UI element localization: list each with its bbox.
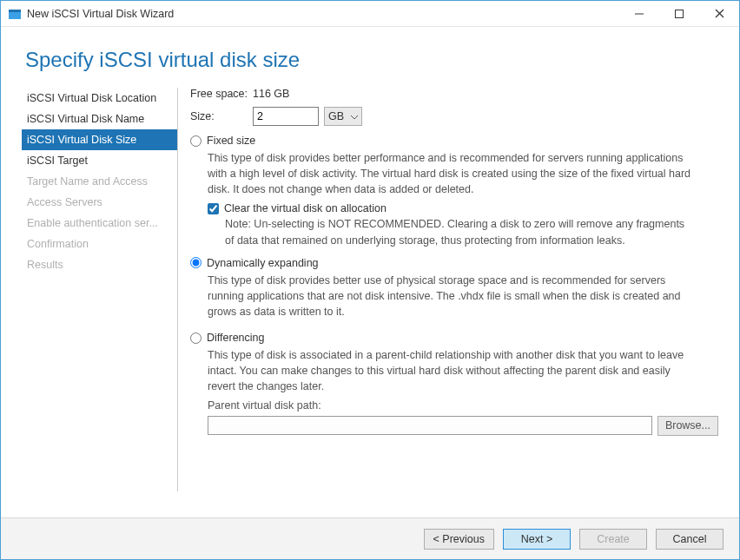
parent-path-label: Parent virtual disk path: — [208, 398, 694, 413]
parent-path-input[interactable] — [208, 416, 652, 435]
step-results: Results — [22, 254, 177, 275]
radio-dynamic[interactable] — [190, 257, 202, 268]
step-auth: Enable authentication ser... — [22, 213, 177, 234]
chevron-down-icon — [351, 110, 358, 122]
size-label: Size: — [190, 110, 253, 122]
option-dynamic[interactable]: Dynamically expanding — [190, 257, 718, 269]
create-button: Create — [579, 529, 647, 550]
minimize-button[interactable] — [619, 1, 659, 27]
content-area: Specify iSCSI virtual disk size iSCSI Vi… — [1, 27, 739, 517]
step-target-name: Target Name and Access — [22, 171, 177, 192]
dynamic-label: Dynamically expanding — [207, 257, 319, 269]
clear-on-allocation-row[interactable]: Clear the virtual disk on allocation — [208, 202, 718, 214]
fixed-label: Fixed size — [207, 135, 255, 147]
step-confirmation: Confirmation — [22, 234, 177, 254]
cancel-button[interactable]: Cancel — [656, 529, 723, 550]
maximize-button[interactable] — [659, 1, 699, 27]
clear-note: Note: Un-selecting is NOT RECOMMENDED. C… — [225, 216, 694, 247]
option-differencing[interactable]: Differencing — [190, 332, 718, 344]
radio-differencing[interactable] — [190, 333, 202, 344]
close-button[interactable] — [699, 1, 739, 27]
radio-fixed[interactable] — [190, 135, 202, 147]
next-button[interactable]: Next > — [503, 529, 571, 550]
diff-label: Differencing — [207, 332, 264, 344]
main-panel: Free space: 116 GB Size: GB Fixed si — [178, 88, 718, 491]
step-size[interactable]: iSCSI Virtual Disk Size — [22, 129, 177, 150]
free-space-value: 116 GB — [253, 88, 289, 100]
step-name[interactable]: iSCSI Virtual Disk Name — [22, 109, 177, 129]
window-title: New iSCSI Virtual Disk Wizard — [27, 8, 619, 20]
clear-checkbox[interactable] — [208, 203, 219, 214]
svg-rect-1 — [9, 10, 21, 12]
size-unit-value: GB — [328, 110, 344, 122]
wizard-steps-sidebar: iSCSI Virtual Disk Location iSCSI Virtua… — [22, 88, 178, 491]
titlebar: New iSCSI Virtual Disk Wizard — [1, 1, 739, 27]
dynamic-description: This type of disk provides better use of… — [208, 273, 694, 320]
fixed-description: This type of disk provides better perfor… — [208, 150, 694, 197]
footer: < Previous Next > Create Cancel — [1, 517, 739, 559]
browse-button[interactable]: Browse... — [657, 416, 718, 436]
wizard-window: New iSCSI Virtual Disk Wizard Specify iS… — [0, 0, 740, 560]
option-fixed[interactable]: Fixed size — [190, 135, 718, 147]
previous-button[interactable]: < Previous — [424, 529, 494, 550]
step-access-servers: Access Servers — [22, 192, 177, 213]
size-unit-dropdown[interactable]: GB — [324, 107, 362, 126]
app-icon — [8, 7, 22, 21]
page-title: Specify iSCSI virtual disk size — [25, 48, 718, 72]
step-location[interactable]: iSCSI Virtual Disk Location — [22, 88, 177, 109]
clear-label: Clear the virtual disk on allocation — [224, 202, 387, 214]
size-input[interactable] — [253, 107, 319, 126]
free-space-label: Free space: — [190, 88, 253, 100]
step-target[interactable]: iSCSI Target — [22, 150, 177, 171]
svg-rect-3 — [676, 10, 684, 17]
diff-description: This type of disk is associated in a par… — [208, 347, 694, 394]
